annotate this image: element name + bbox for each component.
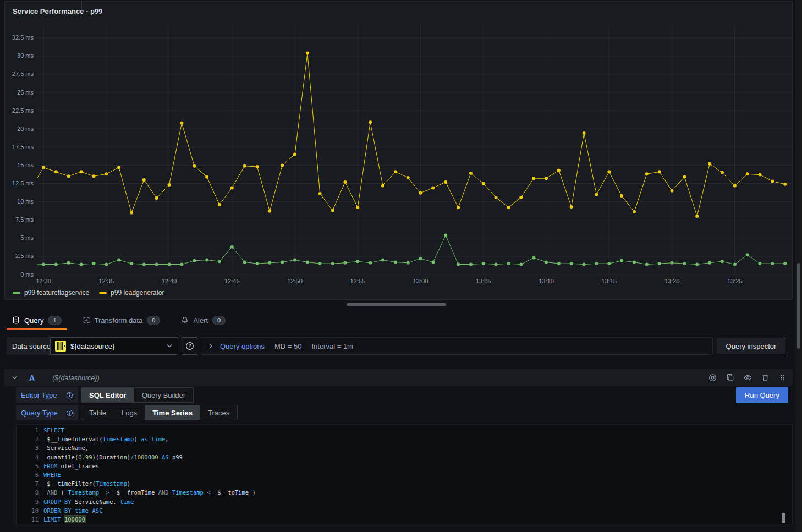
data-point xyxy=(495,263,498,266)
query-options-label: Query options xyxy=(220,342,265,350)
line-number: 3 xyxy=(17,443,39,452)
query-ref-id[interactable]: A xyxy=(29,374,35,382)
trash-icon[interactable] xyxy=(761,374,770,382)
legend-item[interactable]: p99 loadgenerator xyxy=(99,289,164,297)
collapse-chevron-down-icon[interactable] xyxy=(11,374,18,381)
data-point xyxy=(482,182,485,185)
line-number: 8 xyxy=(17,488,39,497)
x-axis-tick-label: 12:45 xyxy=(224,278,240,284)
data-point xyxy=(444,180,447,184)
query-options-section[interactable]: Query options MD = 50 Interval = 1m xyxy=(201,337,713,355)
data-point xyxy=(268,210,271,213)
y-axis-tick-label: 2.5 ms xyxy=(15,253,34,259)
sql-code-editor[interactable]: 1SELECT2 $__timeInterval(Timestamp) as t… xyxy=(16,424,793,524)
query-type-option-time-series[interactable]: Time Series xyxy=(145,405,200,420)
data-point xyxy=(507,206,510,209)
editor-type-label: Editor Type xyxy=(21,391,57,399)
data-point xyxy=(759,173,762,177)
data-point xyxy=(733,184,737,188)
data-point xyxy=(495,196,498,199)
info-circle-icon[interactable] xyxy=(66,392,73,399)
code-line-content: quantile(0.99)(Duration)/1000000 AS p99 xyxy=(43,453,183,462)
code-line[interactable]: 10ORDER BY time ASC xyxy=(17,506,792,515)
code-line[interactable]: 6WHERE xyxy=(17,470,792,479)
transform-icon xyxy=(83,316,90,324)
data-point xyxy=(595,262,598,265)
y-axis-tick-label: 17.5 ms xyxy=(12,144,34,150)
data-point xyxy=(683,262,686,265)
data-point xyxy=(570,205,573,209)
data-point xyxy=(293,259,296,262)
code-line-content: ServiceName, xyxy=(43,443,89,452)
legend-series-name: p99 loadgenerator xyxy=(111,289,164,297)
data-point xyxy=(42,166,45,169)
data-point xyxy=(268,261,271,265)
time-series-chart[interactable]: 0 ms2.5 ms5 ms7.5 ms10 ms12.5 ms15 ms17.… xyxy=(5,2,794,301)
query-type-option-table[interactable]: Table xyxy=(81,405,114,420)
query-toolbar: Data source ${datasource} Query options … xyxy=(4,337,798,355)
data-point xyxy=(607,170,611,173)
record-circle-icon[interactable] xyxy=(708,374,717,382)
data-point xyxy=(721,171,724,174)
copy-icon[interactable] xyxy=(726,374,734,382)
code-line[interactable]: 1SELECT xyxy=(17,426,792,435)
eye-icon[interactable] xyxy=(744,374,752,382)
code-line[interactable]: 9GROUP BY ServiceName, time xyxy=(17,497,792,506)
code-line[interactable]: 7 $__timeFilter(Timestamp) xyxy=(17,479,792,488)
code-line[interactable]: 4 quantile(0.99)(Duration)/1000000 AS p9… xyxy=(17,453,792,462)
legend-series-color xyxy=(13,292,20,294)
data-point xyxy=(130,262,133,265)
editor-type-option-sql-editor[interactable]: SQL Editor xyxy=(81,388,134,402)
code-line[interactable]: 11LIMIT 100000 xyxy=(17,515,792,524)
line-number: 7 xyxy=(17,479,39,488)
data-point xyxy=(142,263,146,266)
tab-alert[interactable]: Alert0 xyxy=(174,310,232,331)
data-point xyxy=(695,215,699,218)
editor-type-option-query-builder[interactable]: Query Builder xyxy=(134,388,193,402)
data-point xyxy=(431,186,435,189)
data-point xyxy=(168,263,171,266)
run-query-button[interactable]: Run Query xyxy=(736,387,788,403)
line-number: 4 xyxy=(17,453,39,462)
info-circle-icon[interactable] xyxy=(66,409,73,416)
tab-label: Query xyxy=(24,316,43,325)
horizontal-scrollbar-thumb[interactable] xyxy=(347,303,446,306)
tab-query[interactable]: Query1 xyxy=(6,310,68,331)
query-type-option-traces[interactable]: Traces xyxy=(200,405,237,420)
code-line[interactable]: 5FROM otel_traces xyxy=(17,462,792,470)
data-point xyxy=(407,176,410,179)
data-point xyxy=(218,203,221,206)
x-axis-tick-label: 12:30 xyxy=(36,278,51,284)
data-point xyxy=(117,259,120,262)
drag-handle-icon[interactable] xyxy=(779,374,786,382)
query-type-option-logs[interactable]: Logs xyxy=(114,405,145,420)
code-line-content: FROM otel_traces xyxy=(43,462,99,470)
query-inspector-button[interactable]: Query inspector xyxy=(717,338,785,354)
code-line[interactable]: 3 ServiceName, xyxy=(17,443,792,452)
data-point xyxy=(658,262,661,265)
data-point xyxy=(620,194,623,198)
data-point xyxy=(54,170,58,173)
data-point xyxy=(42,263,45,266)
datasource-label: Data source xyxy=(7,337,56,355)
data-point xyxy=(444,234,447,237)
data-point xyxy=(557,262,561,265)
data-point xyxy=(92,174,95,178)
editor-scrollbar-thumb[interactable] xyxy=(782,513,785,523)
data-point xyxy=(771,180,774,183)
data-point xyxy=(419,257,422,260)
datasource-select[interactable]: ${datasource} xyxy=(50,337,178,355)
tab-transform-data[interactable]: Transform data0 xyxy=(76,310,167,331)
datasource-help-button[interactable] xyxy=(182,337,197,355)
query-options-maxdatapoints: MD = 50 xyxy=(274,342,302,350)
data-point xyxy=(318,262,322,265)
page-scrollbar-thumb[interactable] xyxy=(797,263,800,349)
code-line[interactable]: 8 AND ( Timestamp >= $__fromTime AND Tim… xyxy=(17,488,792,497)
data-point xyxy=(281,261,284,264)
panel-title[interactable]: Service Performance - p99 xyxy=(13,7,102,15)
data-point xyxy=(532,177,535,180)
data-point xyxy=(243,261,246,264)
legend-item[interactable]: p99 featureflagservice xyxy=(13,289,89,297)
code-line[interactable]: 2 $__timeInterval(Timestamp) as time, xyxy=(17,435,792,443)
data-point xyxy=(356,206,359,209)
